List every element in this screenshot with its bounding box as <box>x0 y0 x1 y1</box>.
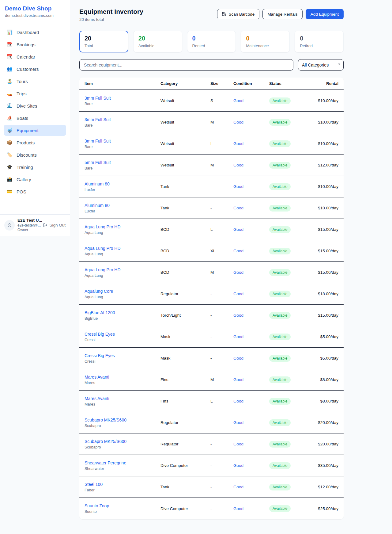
condition-link[interactable]: Good <box>233 399 243 403</box>
condition-link[interactable]: Good <box>233 313 243 318</box>
sidebar-item[interactable]: 📅 Bookings <box>4 39 66 50</box>
condition-cell: Good <box>233 506 269 511</box>
condition-link[interactable]: Good <box>233 163 243 167</box>
item-cell: Aluminum 80 Luxfer <box>85 181 160 192</box>
condition-link[interactable]: Good <box>233 420 243 425</box>
condition-cell: Good <box>233 356 269 360</box>
manage-rentals-button[interactable]: Manage Rentals <box>262 9 302 19</box>
sign-out-button[interactable]: Sign Out <box>43 223 66 227</box>
category-cell: Wetsuit <box>160 163 210 167</box>
condition-link[interactable]: Good <box>233 463 243 468</box>
status-cell: Available <box>269 97 306 104</box>
item-brand: Faber <box>85 488 160 492</box>
item-link[interactable]: Aqua Lung Pro HD <box>85 246 121 251</box>
condition-cell: Good <box>233 420 269 425</box>
equipment-icon: 🤿 <box>7 128 13 133</box>
sidebar-item[interactable]: 🏝️ Tours <box>4 76 66 87</box>
item-link[interactable]: Aluminum 80 <box>85 181 110 186</box>
sidebar-item[interactable]: 🌊 Dive Sites <box>4 100 66 111</box>
condition-link[interactable]: Good <box>233 292 243 296</box>
category-select[interactable]: All Categories <box>298 59 344 71</box>
item-link[interactable]: Mares Avanti <box>85 375 109 380</box>
size-cell: S <box>210 98 233 103</box>
sidebar-item-label: POS <box>17 189 26 194</box>
size-cell: - <box>210 184 233 189</box>
brand-link[interactable]: Demo Dive Shop <box>5 5 65 12</box>
search-input[interactable] <box>79 59 293 71</box>
item-link[interactable]: Shearwater Peregrine <box>85 460 126 465</box>
stat-value: 0 <box>300 35 338 42</box>
item-link[interactable]: Suunto Zoop <box>85 503 109 508</box>
item-link[interactable]: Cressi Big Eyes <box>85 353 115 358</box>
item-link[interactable]: Cressi Big Eyes <box>85 332 115 337</box>
stat-card[interactable]: 20 Total <box>79 31 128 52</box>
sidebar-item[interactable]: ⛵ Boats <box>4 113 66 124</box>
item-link[interactable]: Aluminum 80 <box>85 203 110 208</box>
item-brand: Scubapro <box>85 424 160 428</box>
sidebar-item[interactable]: 🎓 Training <box>4 162 66 173</box>
rental-cell: $10.00/day <box>306 141 338 146</box>
condition-link[interactable]: Good <box>233 485 243 489</box>
condition-link[interactable]: Good <box>233 141 243 146</box>
trips-icon: 🚤 <box>7 91 13 96</box>
item-cell: 3mm Full Suit Bare <box>85 139 160 149</box>
item-cell: Aluminum 80 Luxfer <box>85 203 160 213</box>
scan-barcode-button[interactable]: Scan Barcode <box>217 9 260 19</box>
item-link[interactable]: Scubapro MK25/S600 <box>85 418 126 422</box>
condition-link[interactable]: Good <box>233 98 243 103</box>
stat-label: Total <box>85 44 123 48</box>
calendar-icon: 📆 <box>7 54 13 59</box>
table-row: 3mm Full Suit Bare Wetsuit S Good Availa… <box>79 90 344 112</box>
item-cell: Shearwater Peregrine Shearwater <box>85 460 160 471</box>
sidebar-item[interactable]: 👥 Customers <box>4 63 66 74</box>
table-row: Aluminum 80 Luxfer Tank - Good Available… <box>79 176 344 197</box>
item-link[interactable]: 3mm Full Suit <box>85 117 111 122</box>
condition-link[interactable]: Good <box>233 377 243 382</box>
sidebar-item[interactable]: 📦 Products <box>4 137 66 148</box>
stat-card[interactable]: 0 Maintenance <box>241 31 290 52</box>
item-cell: Cressi Big Eyes Cressi <box>85 353 160 364</box>
condition-link[interactable]: Good <box>233 249 243 253</box>
condition-link[interactable]: Good <box>233 227 243 232</box>
sidebar-item[interactable]: 🤿 Equipment <box>4 125 66 136</box>
item-link[interactable]: 3mm Full Suit <box>85 139 111 143</box>
item-brand: Scubapro <box>85 445 160 449</box>
size-cell: - <box>210 420 233 425</box>
condition-link[interactable]: Good <box>233 184 243 189</box>
rental-cell: $20.00/day <box>306 420 338 425</box>
sidebar-item[interactable]: 📆 Calendar <box>4 51 66 62</box>
condition-link[interactable]: Good <box>233 120 243 124</box>
condition-cell: Good <box>233 292 269 296</box>
item-link[interactable]: Mares Avanti <box>85 396 109 401</box>
sidebar-item[interactable]: 📊 Dashboard <box>4 27 66 38</box>
sidebar-item[interactable]: 🚤 Trips <box>4 88 66 99</box>
condition-link[interactable]: Good <box>233 356 243 360</box>
item-link[interactable]: Steel 100 <box>85 482 103 487</box>
size-cell: M <box>210 163 233 167</box>
condition-link[interactable]: Good <box>233 442 243 446</box>
sidebar-item[interactable]: 📸 Gallery <box>4 174 66 185</box>
sidebar-item[interactable]: 🏷️ Discounts <box>4 149 66 160</box>
column-header-item: Item <box>85 81 160 86</box>
stat-card[interactable]: 0 Rented <box>187 31 236 52</box>
item-link[interactable]: Aqua Lung Pro HD <box>85 267 121 272</box>
condition-link[interactable]: Good <box>233 506 243 511</box>
status-badge: Available <box>269 248 291 254</box>
item-link[interactable]: Aqualung Core <box>85 289 113 294</box>
stat-card[interactable]: 20 Available <box>133 31 182 52</box>
item-brand: Aqua Lung <box>85 252 160 256</box>
add-equipment-button[interactable]: Add Equipment <box>306 9 344 19</box>
stat-card[interactable]: 0 Retired <box>295 31 344 52</box>
condition-link[interactable]: Good <box>233 334 243 339</box>
category-cell: BCD <box>160 227 210 232</box>
condition-link[interactable]: Good <box>233 206 243 210</box>
item-link[interactable]: Aqua Lung Pro HD <box>85 224 121 229</box>
category-cell: Mask <box>160 356 210 360</box>
status-cell: Available <box>269 441 306 448</box>
item-link[interactable]: Scubapro MK25/S600 <box>85 439 126 444</box>
item-link[interactable]: BigBlue AL1200 <box>85 310 115 315</box>
item-link[interactable]: 3mm Full Suit <box>85 96 111 101</box>
condition-link[interactable]: Good <box>233 270 243 275</box>
item-link[interactable]: 5mm Full Suit <box>85 160 111 165</box>
sidebar-item[interactable]: 💳 POS <box>4 186 66 197</box>
